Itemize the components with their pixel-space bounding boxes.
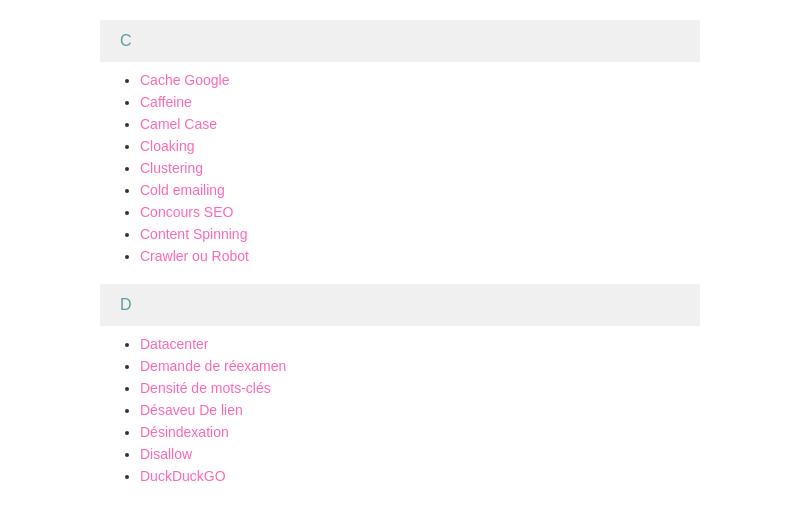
section-letter-c: C xyxy=(120,32,132,49)
link-camel-case[interactable]: Camel Case xyxy=(140,116,217,132)
list-item: Crawler ou Robot xyxy=(140,248,700,264)
list-item: Clustering xyxy=(140,160,700,176)
link-duckduckgo[interactable]: DuckDuckGO xyxy=(140,468,226,484)
link-desaveu-de-lien[interactable]: Désaveu De lien xyxy=(140,402,243,418)
page-container: C Cache Google Caffeine Camel Case Cloak… xyxy=(0,20,800,484)
d-link-list: Datacenter Demande de réexamen Densité d… xyxy=(110,336,700,484)
list-item: Caffeine xyxy=(140,94,700,110)
link-caffeine[interactable]: Caffeine xyxy=(140,94,192,110)
link-desindexation[interactable]: Désindexation xyxy=(140,424,229,440)
link-datacenter[interactable]: Datacenter xyxy=(140,336,208,352)
list-item: Désindexation xyxy=(140,424,700,440)
list-item: Concours SEO xyxy=(140,204,700,220)
link-cloaking[interactable]: Cloaking xyxy=(140,138,194,154)
link-crawler-ou-robot[interactable]: Crawler ou Robot xyxy=(140,248,249,264)
list-item: Datacenter xyxy=(140,336,700,352)
link-cache-google[interactable]: Cache Google xyxy=(140,72,230,88)
list-item: Camel Case xyxy=(140,116,700,132)
link-cold-emailing[interactable]: Cold emailing xyxy=(140,182,225,198)
link-concours-seo[interactable]: Concours SEO xyxy=(140,204,233,220)
list-item: Cold emailing xyxy=(140,182,700,198)
section-header-d: D xyxy=(100,284,700,326)
list-item: Cloaking xyxy=(140,138,700,154)
list-item: Content Spinning xyxy=(140,226,700,242)
list-item: Demande de réexamen xyxy=(140,358,700,374)
list-item: DuckDuckGO xyxy=(140,468,700,484)
link-content-spinning[interactable]: Content Spinning xyxy=(140,226,247,242)
section-header-c: C xyxy=(100,20,700,62)
link-demande-reexamen[interactable]: Demande de réexamen xyxy=(140,358,286,374)
section-letter-d: D xyxy=(120,296,132,313)
link-disallow[interactable]: Disallow xyxy=(140,446,192,462)
link-clustering[interactable]: Clustering xyxy=(140,160,203,176)
link-densite-mots-cles[interactable]: Densité de mots-clés xyxy=(140,380,271,396)
list-item: Disallow xyxy=(140,446,700,462)
list-item: Densité de mots-clés xyxy=(140,380,700,396)
c-link-list: Cache Google Caffeine Camel Case Cloakin… xyxy=(110,72,700,264)
list-item: Cache Google xyxy=(140,72,700,88)
list-item: Désaveu De lien xyxy=(140,402,700,418)
